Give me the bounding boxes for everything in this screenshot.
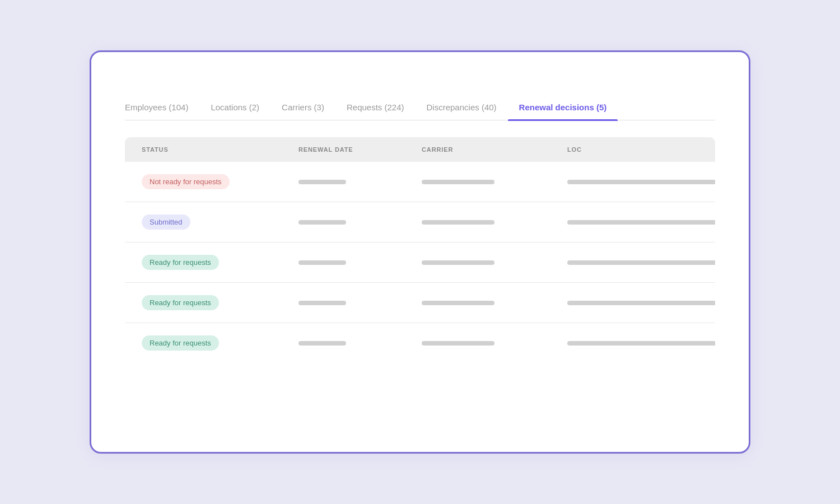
table-row[interactable]: Submitted <box>125 202 715 242</box>
status-cell: Submitted <box>142 214 298 230</box>
renewal-date-cell <box>298 220 422 225</box>
date-placeholder <box>298 341 346 346</box>
carrier-cell <box>422 260 567 265</box>
loc-placeholder <box>567 301 715 305</box>
main-card: Employees (104)Locations (2)Carriers (3)… <box>90 50 750 454</box>
loc-cell <box>567 301 715 305</box>
tab-renewal-decisions[interactable]: Renewal decisions (5) <box>508 97 618 120</box>
carrier-placeholder <box>422 260 494 265</box>
loc-cell <box>567 220 715 225</box>
date-placeholder <box>298 260 346 265</box>
carrier-cell <box>422 301 567 305</box>
loc-cell <box>567 341 715 346</box>
loc-placeholder <box>567 180 715 184</box>
renewal-date-cell <box>298 301 422 305</box>
status-badge: Submitted <box>142 214 190 230</box>
status-badge: Ready for requests <box>142 255 219 270</box>
loc-placeholder <box>567 220 715 225</box>
tab-bar: Employees (104)Locations (2)Carriers (3)… <box>125 97 715 120</box>
carrier-placeholder <box>422 180 494 184</box>
loc-placeholder <box>567 341 715 346</box>
status-cell: Not ready for requests <box>142 174 298 189</box>
col-header-carrier: CARRIER <box>422 146 567 153</box>
tab-discrepancies[interactable]: Discrepancies (40) <box>416 97 508 120</box>
table-row[interactable]: Ready for requests <box>125 242 715 282</box>
status-cell: Ready for requests <box>142 335 298 351</box>
carrier-placeholder <box>422 301 494 305</box>
date-placeholder <box>298 220 346 225</box>
renewal-date-cell <box>298 260 422 265</box>
col-header-renewal-date: RENEWAL DATE <box>298 146 422 153</box>
table-row[interactable]: Ready for requests <box>125 282 715 323</box>
renewal-date-cell <box>298 341 422 346</box>
renewal-date-cell <box>298 180 422 184</box>
status-cell: Ready for requests <box>142 255 298 270</box>
loc-placeholder <box>567 260 715 265</box>
tab-employees[interactable]: Employees (104) <box>125 97 199 120</box>
status-badge: Not ready for requests <box>142 174 230 189</box>
col-header-loc: LOC <box>567 146 698 153</box>
tab-requests[interactable]: Requests (224) <box>335 97 416 120</box>
col-header-status: STATUS <box>142 146 298 153</box>
table-row[interactable]: Not ready for requests <box>125 162 715 202</box>
carrier-cell <box>422 220 567 225</box>
status-cell: Ready for requests <box>142 295 298 310</box>
table-header: STATUSRENEWAL DATECARRIERLOC <box>125 137 715 162</box>
date-placeholder <box>298 180 346 184</box>
status-badge: Ready for requests <box>142 295 219 310</box>
data-table: STATUSRENEWAL DATECARRIERLOC Not ready f… <box>125 137 715 363</box>
carrier-placeholder <box>422 341 494 346</box>
date-placeholder <box>298 301 346 305</box>
tab-carriers[interactable]: Carriers (3) <box>270 97 335 120</box>
carrier-placeholder <box>422 220 494 225</box>
carrier-cell <box>422 341 567 346</box>
table-body: Not ready for requestsSubmittedReady for… <box>125 162 715 363</box>
tab-locations[interactable]: Locations (2) <box>199 97 270 120</box>
loc-cell <box>567 180 715 184</box>
loc-cell <box>567 260 715 265</box>
status-badge: Ready for requests <box>142 335 219 351</box>
carrier-cell <box>422 180 567 184</box>
table-row[interactable]: Ready for requests <box>125 323 715 363</box>
